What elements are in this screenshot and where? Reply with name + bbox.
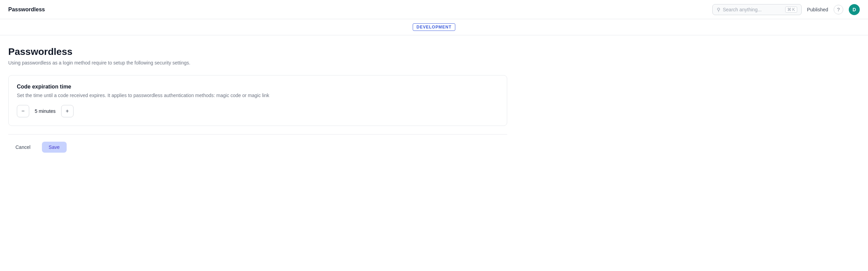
search-icon: ⚲ xyxy=(717,7,720,12)
decrement-button[interactable]: − xyxy=(17,105,29,117)
app-title: Passwordless xyxy=(8,7,45,13)
search-box[interactable]: ⚲ Search anything... ⌘ K xyxy=(712,4,802,15)
environment-badge[interactable]: DEVELOPMENT xyxy=(413,23,455,31)
increment-button[interactable]: + xyxy=(61,105,74,117)
published-badge[interactable]: Published xyxy=(807,7,828,12)
navbar-left: Passwordless xyxy=(8,7,45,13)
stepper-value: 5 minutes xyxy=(29,108,61,114)
help-icon[interactable]: ? xyxy=(834,5,843,14)
cancel-button[interactable]: Cancel xyxy=(8,141,38,153)
shortcut-key: K xyxy=(792,7,795,12)
footer-actions: Cancel Save xyxy=(8,134,507,153)
navbar: Passwordless ⚲ Search anything... ⌘ K Pu… xyxy=(0,0,868,19)
main-content: Passwordless Using passwordless as a log… xyxy=(0,35,515,164)
navbar-right: ⚲ Search anything... ⌘ K Published ? D xyxy=(712,4,860,15)
card-description: Set the time until a code received expir… xyxy=(17,93,499,98)
shortcut-symbol: ⌘ xyxy=(787,7,791,12)
avatar[interactable]: D xyxy=(849,4,860,15)
avatar-label: D xyxy=(853,7,856,12)
help-icon-label: ? xyxy=(837,7,840,12)
page-description: Using passwordless as a login method req… xyxy=(8,60,507,66)
stepper: − 5 minutes + xyxy=(17,105,499,117)
save-button[interactable]: Save xyxy=(42,142,67,153)
content-area: DEVELOPMENT Passwordless Using passwordl… xyxy=(0,19,868,164)
page-title: Passwordless xyxy=(8,46,507,57)
search-shortcut: ⌘ K xyxy=(785,7,797,13)
env-banner: DEVELOPMENT xyxy=(0,19,868,35)
search-placeholder-text: Search anything... xyxy=(723,7,783,12)
card-title: Code expiration time xyxy=(17,84,499,90)
code-expiration-card: Code expiration time Set the time until … xyxy=(8,75,507,126)
